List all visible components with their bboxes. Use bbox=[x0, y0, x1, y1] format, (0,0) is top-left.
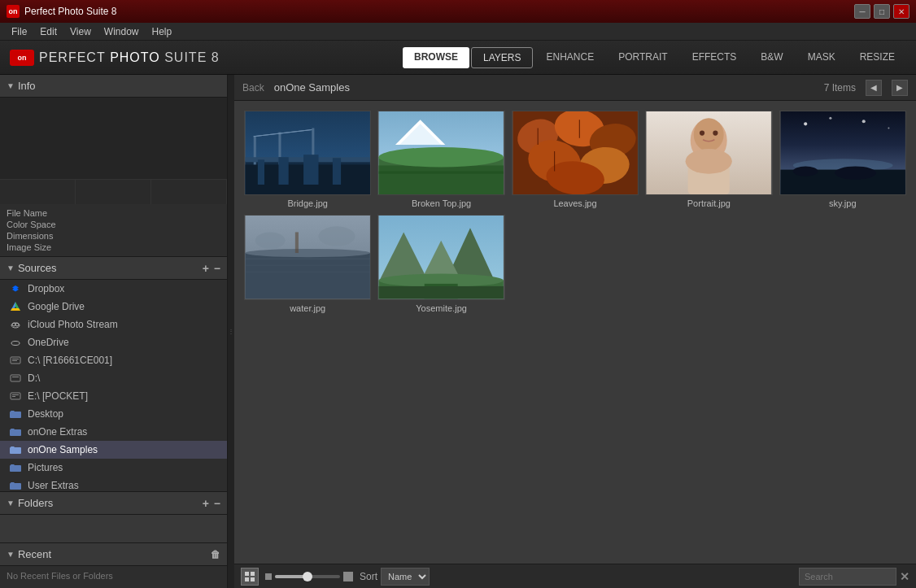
source-item-onone-samples[interactable]: onOne Samples bbox=[0, 441, 227, 459]
source-label-googledrive: Google Drive bbox=[28, 301, 85, 312]
menu-window[interactable]: Window bbox=[98, 24, 146, 39]
window-title: Perfect Photo Suite 8 bbox=[24, 6, 116, 17]
info-thumb-2 bbox=[76, 180, 151, 204]
image-cell-sky[interactable]: sky.jpg bbox=[779, 111, 906, 208]
right-panel: Back onOne Samples 7 Items ◀ ▶ bbox=[234, 75, 916, 588]
image-cell-leaves[interactable]: Leaves.jpg bbox=[512, 111, 639, 208]
close-button[interactable]: ✕ bbox=[893, 4, 909, 19]
source-item-desktop[interactable]: Desktop bbox=[0, 405, 227, 423]
tab-enhance[interactable]: ENHANCE bbox=[534, 47, 605, 68]
source-item-pictures[interactable]: Pictures bbox=[0, 459, 227, 477]
icloud-icon bbox=[10, 319, 21, 330]
source-label-user-extras: User Extras bbox=[28, 480, 79, 491]
svg-rect-10 bbox=[12, 359, 19, 359]
tab-resize[interactable]: RESIZE bbox=[848, 47, 906, 68]
app-logo: on PERFECT PHOTO SUITE 8 bbox=[10, 50, 220, 66]
sources-add-button[interactable]: + bbox=[203, 263, 209, 274]
svg-rect-83 bbox=[251, 577, 255, 581]
info-thumb-row bbox=[0, 179, 227, 204]
back-button[interactable]: Back bbox=[242, 82, 264, 94]
left-panel: ▼ Info File Name Color Space bbox=[0, 75, 228, 588]
source-item-icloud[interactable]: iCloud Photo Stream bbox=[0, 316, 227, 333]
minimize-button[interactable]: ─ bbox=[854, 4, 870, 19]
svg-point-57 bbox=[792, 166, 818, 176]
image-cell-yosemite[interactable]: Yosemite.jpg bbox=[377, 215, 504, 312]
window-controls[interactable]: ─ □ ✕ bbox=[854, 4, 909, 19]
folders-search-input[interactable] bbox=[0, 515, 227, 542]
source-item-d-drive[interactable]: D:\ bbox=[0, 369, 227, 387]
info-fields: File Name Color Space Dimensions Image S… bbox=[0, 204, 227, 256]
sort-select[interactable]: Name Date Size Type bbox=[381, 568, 430, 586]
logo-photo: PHOTO bbox=[110, 50, 160, 64]
svg-rect-16 bbox=[12, 396, 15, 397]
source-label-onone-samples: onOne Samples bbox=[28, 444, 98, 455]
source-item-c-drive[interactable]: C:\ [R16661CE001] bbox=[0, 351, 227, 369]
image-thumb-brokentop bbox=[377, 111, 504, 195]
info-preview-image bbox=[0, 98, 227, 179]
bottom-toolbar: Sort Name Date Size Type ✕ bbox=[234, 564, 916, 588]
image-cell-portrait[interactable]: Portrait.jpg bbox=[645, 111, 772, 208]
image-cell-water[interactable]: water.jpg bbox=[244, 215, 371, 312]
tab-portrait[interactable]: PORTRAIT bbox=[607, 47, 678, 68]
sort-label: Sort bbox=[360, 571, 377, 582]
tab-browse[interactable]: BROWSE bbox=[403, 47, 469, 68]
source-item-googledrive[interactable]: Google Drive bbox=[0, 298, 227, 316]
source-item-user-extras[interactable]: User Extras bbox=[0, 477, 227, 491]
folders-section: ▼ Folders + − bbox=[0, 492, 227, 543]
sources-remove-button[interactable]: − bbox=[214, 263, 220, 274]
source-item-onedrive[interactable]: OneDrive bbox=[0, 333, 227, 351]
folders-add-button[interactable]: + bbox=[203, 498, 209, 509]
folders-label: Folders bbox=[18, 497, 53, 509]
sources-list: Dropbox Google Drive iCloud Photo Stream bbox=[0, 280, 227, 491]
source-item-onone-extras[interactable]: onOne Extras bbox=[0, 423, 227, 441]
recent-clear-button[interactable]: 🗑 bbox=[211, 550, 220, 560]
browse-next-button[interactable]: ▶ bbox=[892, 80, 908, 96]
info-field-dimensions: Dimensions bbox=[7, 230, 220, 242]
image-cell-bridge[interactable]: Bridge.jpg bbox=[244, 111, 371, 208]
image-label-brokentop: Broken Top.jpg bbox=[412, 198, 471, 208]
svg-rect-29 bbox=[333, 158, 341, 185]
sources-section-header[interactable]: ▼ Sources + − bbox=[0, 257, 227, 280]
info-preview bbox=[0, 98, 227, 179]
folders-section-header[interactable]: ▼ Folders + − bbox=[0, 492, 227, 515]
menu-edit[interactable]: Edit bbox=[33, 24, 63, 39]
tab-bw[interactable]: B&W bbox=[749, 47, 794, 68]
folders-chevron-icon: ▼ bbox=[7, 499, 15, 507]
image-thumb-sky bbox=[779, 111, 906, 195]
image-label-leaves: Leaves.jpg bbox=[553, 198, 596, 208]
source-item-e-drive[interactable]: E:\ [POCKET] bbox=[0, 387, 227, 405]
info-field-filename: File Name bbox=[7, 207, 220, 219]
source-label-e-drive: E:\ [POCKET] bbox=[28, 390, 88, 402]
logo-suite: SUITE 8 bbox=[164, 50, 219, 64]
info-section-header[interactable]: ▼ Info bbox=[0, 75, 227, 98]
desktop-folder-icon bbox=[10, 408, 21, 420]
menu-view[interactable]: View bbox=[63, 24, 98, 39]
source-item-dropbox[interactable]: Dropbox bbox=[0, 280, 227, 298]
slider-handle[interactable] bbox=[303, 572, 312, 581]
search-clear-button[interactable]: ✕ bbox=[900, 571, 909, 582]
breadcrumb: onOne Samples bbox=[274, 81, 350, 94]
recent-section-header[interactable]: ▼ Recent 🗑 bbox=[0, 543, 227, 566]
source-label-pictures: Pictures bbox=[28, 462, 63, 473]
menu-help[interactable]: Help bbox=[146, 24, 179, 39]
grid-view-button[interactable] bbox=[241, 568, 259, 586]
slider-track[interactable] bbox=[275, 575, 340, 578]
info-thumb-1 bbox=[0, 180, 76, 204]
size-slider[interactable] bbox=[265, 572, 353, 581]
browse-prev-button[interactable]: ◀ bbox=[866, 80, 882, 96]
svg-point-62 bbox=[888, 127, 889, 128]
resize-handle[interactable]: ⋮ bbox=[228, 75, 234, 588]
sources-actions: + − bbox=[203, 263, 220, 274]
source-label-onone-extras: onOne Extras bbox=[28, 426, 87, 438]
sources-section: ▼ Sources + − Dropbox bbox=[0, 257, 227, 492]
image-cell-brokentop[interactable]: Broken Top.jpg bbox=[377, 111, 504, 208]
folders-remove-button[interactable]: − bbox=[214, 498, 220, 509]
menu-file[interactable]: File bbox=[5, 24, 33, 39]
maximize-button[interactable]: □ bbox=[874, 4, 890, 19]
search-input[interactable] bbox=[799, 568, 896, 586]
tab-effects[interactable]: EFFECTS bbox=[681, 47, 748, 68]
tab-mask[interactable]: MASK bbox=[796, 47, 847, 68]
tab-layers[interactable]: LAYERS bbox=[471, 47, 533, 68]
svg-point-69 bbox=[255, 233, 286, 249]
view-mode-buttons bbox=[241, 568, 259, 586]
